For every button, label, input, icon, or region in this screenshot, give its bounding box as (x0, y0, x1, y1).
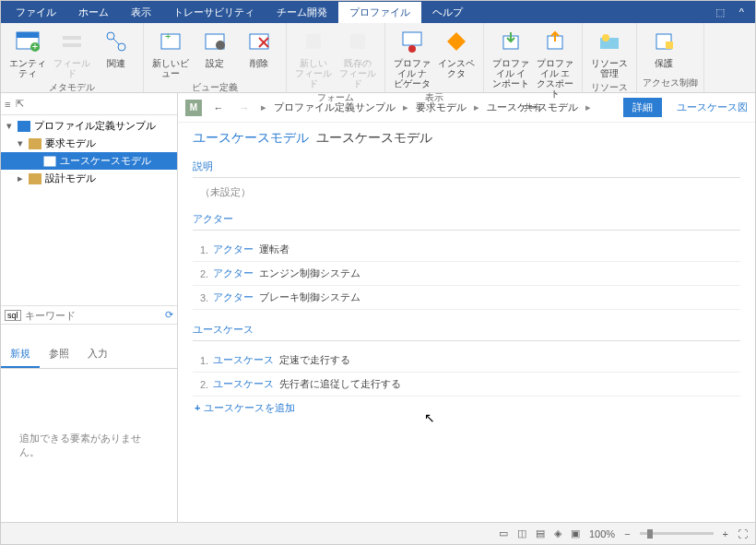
svg-point-6 (107, 32, 114, 40)
svg-rect-4 (63, 36, 81, 40)
tab-input[interactable]: 入力 (78, 341, 117, 368)
desc-label: 説明 (193, 160, 740, 178)
breadcrumb-bar: M ← → ▸ プロファイル定義サンプル▸ 要求モデル▸ ユースケースモデル▸ … (178, 93, 755, 123)
collapse-icon[interactable]: ≡ (5, 99, 10, 110)
actor-row[interactable]: 2.アクターエンジン制御システム (193, 262, 740, 286)
svg-rect-1 (17, 32, 39, 38)
usecase-row[interactable]: 2.ユースケース先行者に追従して走行する (193, 373, 740, 397)
right-panel: M ← → ▸ プロファイル定義サンプル▸ 要求モデル▸ ユースケースモデル▸ … (178, 93, 755, 522)
actor-row[interactable]: 3.アクターブレーキ制御システム (193, 286, 740, 310)
zoom-in[interactable]: + (723, 528, 728, 539)
protect-button[interactable]: 保護 (643, 25, 685, 76)
relation-button[interactable]: 関連 (95, 25, 137, 80)
usecasediagram-link[interactable]: ユースケース図 (677, 101, 748, 114)
tree-node-root[interactable]: ▾プロファイル定義サンプル (1, 117, 177, 135)
fullscreen-icon[interactable]: ⛶ (738, 528, 748, 539)
search-input[interactable] (25, 310, 161, 321)
add-usecase[interactable]: +ユースケースを追加 (193, 397, 740, 420)
menu-team[interactable]: チーム開発 (266, 2, 338, 23)
zoom-out[interactable]: − (624, 528, 630, 539)
svg-rect-26 (18, 121, 30, 132)
layout5-icon[interactable]: ▣ (571, 527, 580, 539)
crumb-1[interactable]: 要求モデル (416, 101, 467, 114)
layout2-icon[interactable]: ◫ (517, 527, 526, 539)
export-button[interactable]: プロファイル エクスポート (534, 25, 576, 101)
search-go-icon[interactable]: ⟳ (165, 309, 173, 321)
profilenav-button[interactable]: プロファイル ナビゲータ (391, 25, 433, 90)
import-button[interactable]: プロファイル インポート (490, 25, 532, 101)
inspector-button[interactable]: インスペクタ (435, 25, 478, 90)
svg-rect-28 (43, 156, 56, 167)
detail-button[interactable]: 詳細 (623, 98, 662, 117)
model-badge: M (185, 100, 202, 116)
menu-home[interactable]: ホーム (67, 2, 120, 23)
svg-point-7 (118, 43, 125, 51)
search-row: sql ⟳ (1, 305, 177, 325)
desc-value[interactable]: （未設定） (193, 185, 740, 199)
actor-row[interactable]: 1.アクター運転者 (193, 238, 740, 262)
status-bar: ▭ ◫ ▤ ◈ ▣ 100% − + ⛶ (1, 522, 755, 544)
zoom-slider[interactable] (640, 532, 714, 535)
svg-line-8 (113, 39, 119, 44)
ribbon: +エンティティ フィールド 関連 メタモデル +新しいビュー 設定 削除 ビュー… (1, 23, 755, 93)
newfield-button: 新しい フィールド (292, 25, 335, 90)
delete-button[interactable]: 削除 (238, 25, 280, 80)
svg-rect-25 (666, 41, 673, 49)
newview-button[interactable]: +新しいビュー (149, 25, 192, 80)
content: ユースケースモデルユースケースモデル 説明 （未設定） アクター 1.アクター運… (178, 123, 755, 522)
search-type-icon[interactable]: sql (5, 310, 21, 321)
group-access-label: アクセス制御 (643, 76, 698, 90)
usecases-label: ユースケース (193, 323, 740, 341)
bottom-tabs: 新規 参照 入力 (1, 341, 177, 369)
zoom-value: 100% (589, 528, 615, 539)
page-title: ユースケースモデルユースケースモデル (193, 130, 740, 147)
forward-button[interactable]: → (235, 102, 254, 113)
layout1-icon[interactable]: ▭ (499, 527, 508, 539)
svg-point-23 (602, 34, 609, 41)
crumb-2[interactable]: ユースケースモデル (487, 101, 578, 114)
crumb-0[interactable]: プロファイル定義サンプル (274, 101, 396, 114)
tab-new[interactable]: 新規 (1, 341, 40, 368)
collapse-ribbon-icon[interactable]: ^ (732, 3, 751, 21)
existfield-button: 既存の フィールド (337, 25, 379, 90)
svg-text:+: + (165, 30, 171, 41)
resource-button[interactable]: リソース管理 (588, 25, 631, 80)
usecase-row[interactable]: 1.ユースケース定速で走行する (193, 349, 740, 373)
menu-bar: ファイル ホーム 表示 トレーサビリティ チーム開発 プロファイル ヘルプ ⬚ … (1, 1, 755, 23)
empty-message: 追加できる要素がありません。 (1, 369, 177, 522)
svg-text:+: + (32, 41, 38, 52)
svg-rect-18 (403, 32, 421, 45)
tree-toolbar: ≡ ⇱ (1, 93, 177, 115)
section-actors: アクター 1.アクター運転者 2.アクターエンジン制御システム 3.アクターブレ… (193, 212, 740, 310)
menu-file[interactable]: ファイル (5, 2, 67, 23)
back-button[interactable]: ← (209, 102, 228, 113)
menu-view[interactable]: 表示 (120, 2, 162, 23)
actors-label: アクター (193, 212, 740, 231)
tree: ▾プロファイル定義サンプル ▾要求モデル ユースケースモデル ▸設計モデル (1, 115, 177, 189)
section-desc: 説明 （未設定） (193, 160, 740, 199)
menu-traceability[interactable]: トレーサビリティ (162, 2, 266, 23)
collapse2-icon[interactable]: ⇱ (16, 98, 24, 110)
tree-node-usecase[interactable]: ユースケースモデル (1, 152, 177, 170)
field-button: フィールド (51, 25, 93, 80)
svg-rect-27 (29, 138, 41, 149)
left-panel: ≡ ⇱ ▾プロファイル定義サンプル ▾要求モデル ユースケースモデル ▸設計モデ… (1, 93, 178, 522)
layout4-icon[interactable]: ◈ (554, 527, 561, 539)
window-icon[interactable]: ⬚ (708, 3, 732, 22)
menu-profile[interactable]: プロファイル (338, 2, 421, 23)
entity-button[interactable]: +エンティティ (6, 25, 49, 80)
svg-rect-5 (63, 43, 81, 47)
settings-button[interactable]: 設定 (194, 25, 236, 80)
svg-rect-17 (350, 34, 365, 49)
svg-point-19 (408, 45, 416, 53)
svg-point-12 (216, 41, 225, 50)
section-usecases: ユースケース 1.ユースケース定速で走行する 2.ユースケース先行者に追従して走… (193, 323, 740, 420)
tree-node-req[interactable]: ▾要求モデル (1, 135, 177, 152)
tree-node-design[interactable]: ▸設計モデル (1, 170, 177, 187)
menu-help[interactable]: ヘルプ (421, 2, 474, 23)
layout3-icon[interactable]: ▤ (536, 527, 545, 539)
svg-rect-29 (29, 173, 41, 184)
tab-ref[interactable]: 参照 (40, 341, 78, 368)
svg-rect-16 (306, 34, 321, 49)
